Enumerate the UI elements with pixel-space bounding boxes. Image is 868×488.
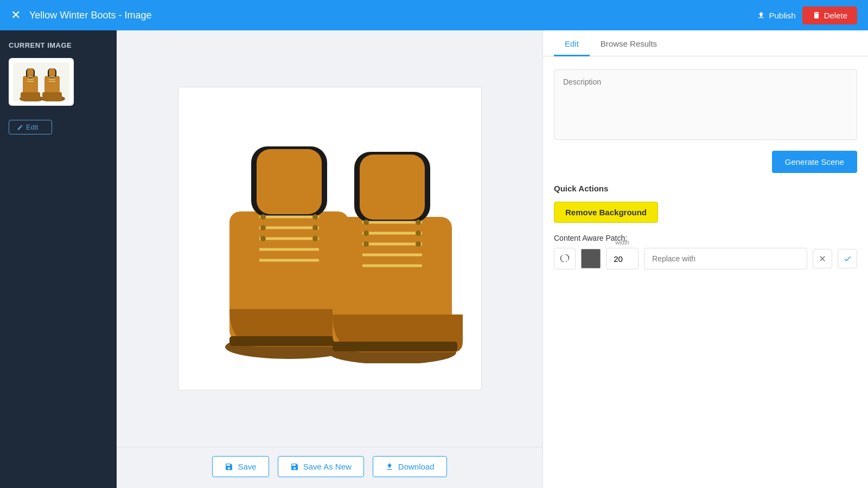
save-button[interactable]: Save xyxy=(212,456,269,477)
pencil-icon xyxy=(17,124,23,131)
remove-background-button[interactable]: Remove Background xyxy=(554,202,658,223)
svg-point-30 xyxy=(312,225,318,230)
svg-point-44 xyxy=(416,220,421,225)
width-label: width xyxy=(615,239,629,246)
page-title: Yellow Winter Boots - Image xyxy=(29,10,151,21)
header-right: Publish Delete xyxy=(757,7,857,24)
save-new-icon xyxy=(290,463,299,471)
main-canvas-area: Save Save As New Download xyxy=(117,30,542,488)
svg-rect-5 xyxy=(27,68,34,77)
cancel-patch-button[interactable] xyxy=(813,249,832,268)
lasso-icon xyxy=(559,253,570,264)
right-panel: Edit Browse Results Generate Scene Quick… xyxy=(542,30,868,488)
svg-rect-21 xyxy=(257,149,322,214)
content-patch-section: Content Aware Patch: width xyxy=(554,234,857,269)
svg-point-48 xyxy=(416,241,421,247)
thumbnail-container xyxy=(9,58,74,106)
svg-rect-13 xyxy=(49,68,55,77)
svg-rect-3 xyxy=(21,92,40,101)
replace-with-input[interactable] xyxy=(644,248,807,269)
svg-point-28 xyxy=(312,214,318,220)
svg-point-31 xyxy=(260,236,266,241)
svg-point-45 xyxy=(363,230,369,236)
main-layout: Current Image xyxy=(0,30,868,488)
confirm-patch-button[interactable] xyxy=(838,249,857,268)
patch-color-swatch[interactable] xyxy=(581,249,601,268)
svg-point-32 xyxy=(312,236,318,241)
generate-scene-button[interactable]: Generate Scene xyxy=(772,151,857,173)
svg-rect-49 xyxy=(333,342,457,351)
panel-content: Generate Scene Quick Actions Remove Back… xyxy=(543,56,868,282)
description-textarea[interactable] xyxy=(554,69,857,140)
content-patch-label: Content Aware Patch: xyxy=(554,234,857,242)
tab-browse-results[interactable]: Browse Results xyxy=(590,30,668,56)
download-icon xyxy=(385,463,394,471)
width-input[interactable] xyxy=(606,248,639,269)
x-icon xyxy=(818,254,827,263)
quick-actions-label: Quick Actions xyxy=(554,184,857,193)
svg-point-47 xyxy=(363,241,369,247)
svg-rect-37 xyxy=(360,155,425,220)
svg-rect-11 xyxy=(42,92,62,101)
canvas-container xyxy=(178,87,482,390)
svg-point-46 xyxy=(416,230,421,236)
trash-icon xyxy=(812,11,821,20)
delete-button[interactable]: Delete xyxy=(802,7,857,24)
check-icon xyxy=(843,254,852,263)
svg-point-43 xyxy=(363,220,369,225)
bottom-toolbar: Save Save As New Download xyxy=(117,447,542,488)
boots-main-svg xyxy=(197,114,463,363)
save-as-new-button[interactable]: Save As New xyxy=(278,456,364,477)
edit-image-button[interactable]: Edit xyxy=(9,120,52,134)
save-icon xyxy=(225,463,233,471)
width-field-wrapper: width xyxy=(606,248,639,269)
upload-icon xyxy=(757,11,765,20)
close-icon[interactable]: ✕ xyxy=(11,8,21,22)
thumbnail-image xyxy=(13,62,69,101)
sidebar-section-label: Current Image xyxy=(9,41,108,49)
patch-lasso-button[interactable] xyxy=(554,248,576,269)
tab-bar: Edit Browse Results xyxy=(543,30,868,56)
sidebar: Current Image xyxy=(0,30,117,488)
quick-actions-section: Quick Actions Remove Background xyxy=(554,184,857,223)
header: ✕ Yellow Winter Boots - Image Publish De… xyxy=(0,0,868,30)
patch-controls: width xyxy=(554,248,857,269)
boots-thumbnail-svg xyxy=(13,62,69,101)
svg-point-29 xyxy=(260,225,266,230)
header-left: ✕ Yellow Winter Boots - Image xyxy=(11,8,151,22)
publish-button[interactable]: Publish xyxy=(757,11,795,20)
tab-edit[interactable]: Edit xyxy=(554,30,590,56)
download-button[interactable]: Download xyxy=(373,456,447,477)
canvas-wrapper xyxy=(117,30,542,447)
svg-point-27 xyxy=(260,214,266,220)
